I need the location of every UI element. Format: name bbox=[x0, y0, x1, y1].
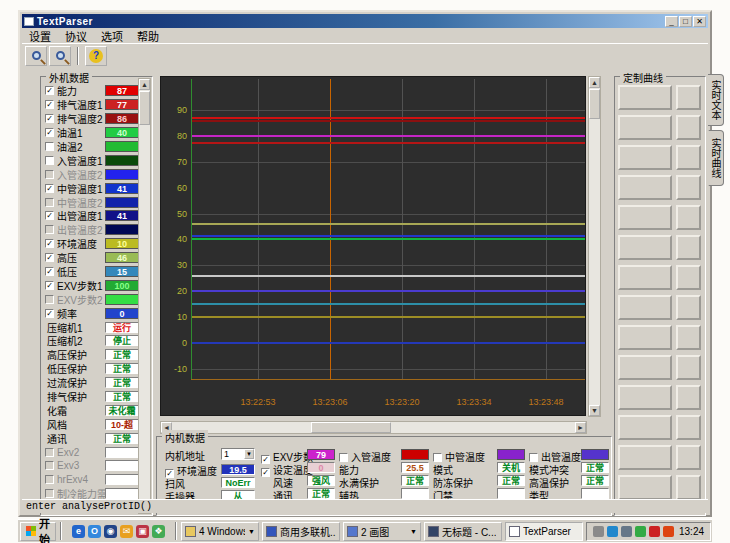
curve-color-button[interactable] bbox=[676, 85, 701, 110]
checkbox[interactable] bbox=[45, 142, 54, 151]
menu-settings[interactable]: 设置 bbox=[22, 28, 58, 44]
scroll-up-icon[interactable]: ▲ bbox=[139, 79, 150, 90]
show-desktop-icon[interactable]: ❖ bbox=[152, 525, 165, 538]
checkbox[interactable]: ✓ bbox=[45, 267, 54, 276]
ie-icon[interactable]: e bbox=[72, 525, 85, 538]
zoom-in-button[interactable] bbox=[25, 46, 47, 66]
checkbox[interactable]: ✓ bbox=[45, 100, 54, 109]
menu-protocol[interactable]: 协议 bbox=[58, 28, 94, 44]
chart-horizontal-scrollbar[interactable]: ◄ ► bbox=[160, 421, 587, 434]
checkbox[interactable] bbox=[45, 461, 54, 470]
msn-icon[interactable]: ✉ bbox=[120, 525, 133, 538]
curve-slot-button[interactable] bbox=[618, 85, 672, 110]
time-cursor-line[interactable] bbox=[330, 79, 331, 379]
checkbox[interactable]: ✓ bbox=[45, 211, 54, 220]
curve-slot-button[interactable] bbox=[618, 115, 672, 140]
security-icon[interactable]: ▣ bbox=[136, 525, 149, 538]
checkbox[interactable]: ✓ bbox=[45, 184, 54, 193]
indoor-address-select[interactable]: 1 ▼ bbox=[221, 448, 255, 460]
checkbox[interactable]: ✓ bbox=[45, 86, 54, 95]
scroll-thumb[interactable] bbox=[139, 91, 150, 125]
tab-realtime-text[interactable]: 实时文本 bbox=[708, 74, 724, 126]
taskbar-button[interactable]: 无标题 - C... bbox=[424, 522, 502, 541]
checkbox[interactable] bbox=[45, 225, 54, 234]
scroll-thumb[interactable] bbox=[589, 89, 600, 119]
checkbox[interactable]: ✓ bbox=[45, 128, 54, 137]
curve-slot-button[interactable] bbox=[618, 385, 672, 410]
checkbox[interactable]: ✓ bbox=[45, 281, 54, 290]
curve-slot-button[interactable] bbox=[618, 145, 672, 170]
chevron-down-icon[interactable]: ▼ bbox=[244, 449, 254, 459]
zoom-out-button[interactable] bbox=[49, 46, 71, 66]
curve-color-button[interactable] bbox=[676, 475, 701, 500]
checkbox[interactable]: ✓ bbox=[45, 239, 54, 248]
menu-options[interactable]: 选项 bbox=[94, 28, 130, 44]
outdoor-scrollbar[interactable]: ▲ ▼ bbox=[138, 78, 151, 514]
menu-help[interactable]: 帮助 bbox=[130, 28, 166, 44]
curve-color-button[interactable] bbox=[676, 205, 701, 230]
indoor-group-badge bbox=[497, 449, 525, 460]
curve-color-button[interactable] bbox=[676, 445, 701, 470]
close-button[interactable]: ✕ bbox=[693, 16, 706, 27]
chevron-down-icon[interactable]: ▼ bbox=[410, 528, 417, 535]
checkbox[interactable] bbox=[45, 448, 54, 457]
curve-color-button[interactable] bbox=[676, 235, 701, 260]
flash-icon[interactable] bbox=[663, 526, 674, 537]
curve-color-button[interactable] bbox=[676, 145, 701, 170]
checkbox[interactable] bbox=[45, 475, 54, 484]
curve-slot-button[interactable] bbox=[618, 325, 672, 350]
minimize-button[interactable]: _ bbox=[665, 16, 678, 27]
checkbox[interactable] bbox=[45, 198, 54, 207]
checkbox[interactable] bbox=[45, 295, 54, 304]
curve-color-button[interactable] bbox=[676, 355, 701, 380]
checkbox[interactable]: ✓ bbox=[45, 253, 54, 262]
outlook-icon[interactable]: O bbox=[88, 525, 101, 538]
curve-color-button[interactable] bbox=[676, 295, 701, 320]
curve-slot-button[interactable] bbox=[618, 295, 672, 320]
curve-slot-button[interactable] bbox=[618, 445, 672, 470]
maximize-button[interactable]: □ bbox=[679, 16, 692, 27]
taskbar-button[interactable]: TextParser bbox=[505, 522, 583, 541]
scroll-up-icon[interactable]: ▲ bbox=[589, 77, 600, 88]
checkbox[interactable] bbox=[45, 170, 54, 179]
printer-icon[interactable] bbox=[593, 526, 604, 537]
volume-icon[interactable] bbox=[621, 526, 632, 537]
checkbox[interactable] bbox=[529, 453, 538, 462]
scroll-right-icon[interactable]: ► bbox=[575, 422, 586, 433]
curve-slot-button[interactable] bbox=[618, 175, 672, 200]
taskbar-button[interactable]: 4 Windows ...▼ bbox=[181, 522, 259, 541]
checkbox[interactable] bbox=[339, 453, 348, 462]
scroll-down-icon[interactable]: ▼ bbox=[589, 405, 600, 416]
media-player-icon[interactable]: ◉ bbox=[104, 525, 117, 538]
chart-vertical-scrollbar[interactable]: ▲ ▼ bbox=[588, 76, 601, 417]
chevron-down-icon[interactable]: ▼ bbox=[248, 528, 255, 535]
taskbar-button[interactable]: 商用多联机... bbox=[262, 522, 340, 541]
title-bar[interactable]: TextParser _ □ ✕ bbox=[22, 14, 708, 28]
realtime-curve-chart[interactable]: 13:22:5313:23:0613:23:2013:23:3413:23:48… bbox=[160, 76, 586, 416]
checkbox[interactable] bbox=[433, 453, 442, 462]
curve-slot-button[interactable] bbox=[618, 235, 672, 260]
taskbar-button[interactable]: 2 画图▼ bbox=[343, 522, 421, 541]
curve-color-button[interactable] bbox=[676, 385, 701, 410]
curve-slot-button[interactable] bbox=[618, 265, 672, 290]
curve-color-button[interactable] bbox=[676, 415, 701, 440]
scroll-thumb[interactable] bbox=[311, 422, 391, 433]
curve-color-button[interactable] bbox=[676, 115, 701, 140]
curve-slot-button[interactable] bbox=[618, 415, 672, 440]
checkbox[interactable]: ✓ bbox=[45, 114, 54, 123]
checkbox[interactable] bbox=[45, 489, 54, 498]
checkbox[interactable]: ✓ bbox=[45, 309, 54, 318]
alert-icon[interactable] bbox=[649, 526, 660, 537]
curve-slot-button[interactable] bbox=[618, 355, 672, 380]
curve-color-button[interactable] bbox=[676, 175, 701, 200]
checkbox[interactable] bbox=[45, 156, 54, 165]
start-button[interactable]: 开始 bbox=[20, 522, 56, 541]
curve-slot-button[interactable] bbox=[618, 205, 672, 230]
tab-realtime-curve[interactable]: 实时曲线 bbox=[708, 130, 724, 186]
help-button[interactable]: ? bbox=[85, 46, 107, 66]
messenger-icon[interactable] bbox=[607, 526, 618, 537]
curve-color-button[interactable] bbox=[676, 325, 701, 350]
curve-slot-button[interactable] bbox=[618, 475, 672, 500]
monitor-icon[interactable] bbox=[635, 526, 646, 537]
curve-color-button[interactable] bbox=[676, 265, 701, 290]
